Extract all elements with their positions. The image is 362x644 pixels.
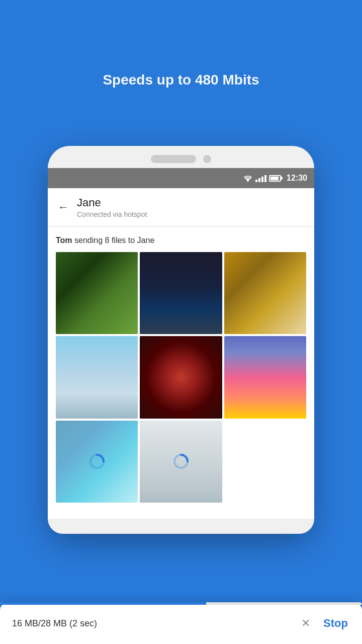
spinner-icon <box>88 453 106 470</box>
transfer-bar-content: 16 MB/28 MB (2 sec) ✕ Stop <box>0 605 362 634</box>
contact-name: Jane <box>77 196 147 209</box>
phone-mockup: 12:30 ← Jane Connected via hotspot Tom s… <box>48 146 314 534</box>
list-item <box>224 252 306 334</box>
loading-overlay-2 <box>140 421 222 503</box>
phone-speaker <box>151 155 196 163</box>
close-transfer-button[interactable]: ✕ <box>296 614 315 633</box>
list-item <box>224 336 306 418</box>
list-item <box>56 421 138 503</box>
sender-name: Tom <box>56 236 72 245</box>
transfer-bar: 16 MB/28 MB (2 sec) ✕ Stop <box>0 602 362 644</box>
wifi-icon <box>243 175 253 182</box>
screen-content: Tom sending 8 files to Jane <box>48 227 314 519</box>
list-item <box>140 421 222 503</box>
list-item <box>140 336 222 418</box>
header-subtitle: Speeds up to 480 Mbits <box>20 72 342 88</box>
transfer-label: Tom sending 8 files to Jane <box>56 236 306 245</box>
back-button[interactable]: ← <box>58 201 69 214</box>
connection-status: Connected via hotspot <box>77 210 147 218</box>
image-grid <box>56 252 306 503</box>
transfer-action: sending 8 files to <box>74 236 137 245</box>
app-bar: ← Jane Connected via hotspot <box>48 188 314 227</box>
transfer-info: 16 MB/28 MB (2 sec) <box>12 618 97 629</box>
receiver-name: Jane <box>137 236 155 245</box>
loading-overlay <box>56 421 138 503</box>
transfer-actions: ✕ Stop <box>296 613 350 634</box>
status-icons: 12:30 <box>243 174 307 183</box>
app-bar-text: Jane Connected via hotspot <box>77 196 147 218</box>
stop-button[interactable]: Stop <box>321 613 350 634</box>
phone-bottom-hardware <box>48 519 314 534</box>
status-bar: 12:30 <box>48 168 314 188</box>
status-time: 12:30 <box>287 174 307 183</box>
list-item <box>56 336 138 418</box>
signal-icon <box>255 175 266 182</box>
close-icon: ✕ <box>301 617 310 630</box>
list-item <box>56 252 138 334</box>
spinner-icon-2 <box>172 453 190 470</box>
svg-point-0 <box>247 180 249 182</box>
list-item <box>140 252 222 334</box>
battery-icon <box>269 175 281 182</box>
phone-camera <box>203 155 211 163</box>
phone-top-hardware <box>48 146 314 168</box>
